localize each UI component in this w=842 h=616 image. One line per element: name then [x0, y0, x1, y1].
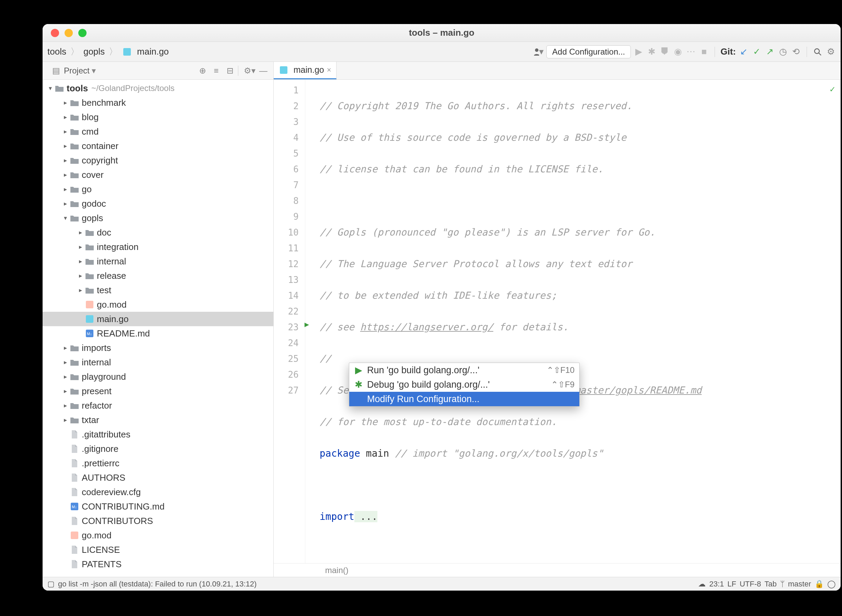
tree-row[interactable]: M↓README.md [43, 326, 273, 340]
project-tool-title[interactable]: Project [64, 66, 89, 76]
disclosure-arrow-icon[interactable]: ▸ [61, 416, 69, 424]
tree-row[interactable]: M↓CONTRIBUTING.md [43, 499, 273, 514]
tree-row[interactable]: go.mod [43, 528, 273, 543]
chevron-down-icon[interactable]: ▾ [92, 66, 96, 76]
cloud-icon[interactable]: ☁ [698, 579, 706, 588]
profile-icon[interactable]: ◉ [673, 47, 683, 57]
search-icon[interactable] [813, 47, 823, 57]
disclosure-arrow-icon[interactable]: ▸ [76, 286, 85, 294]
tool-windows-icon[interactable]: ▢ [47, 579, 54, 588]
push-icon[interactable]: ↗ [765, 47, 775, 57]
tree-row[interactable]: CONTRIBUTORS [43, 514, 273, 528]
tree-row[interactable]: ▸release [43, 268, 273, 283]
disclosure-arrow-icon[interactable]: ▸ [61, 128, 69, 135]
file-encoding[interactable]: UTF-8 [740, 579, 761, 588]
code-editor[interactable]: ✓ 1234567891011121314222324252627 ▶ // C… [274, 80, 841, 563]
tree-row[interactable]: ▸copyright [43, 153, 273, 167]
tree-row[interactable]: ▸godoc [43, 197, 273, 211]
add-configuration-button[interactable]: Add Configuration... [546, 45, 631, 59]
tree-row[interactable]: ▸present [43, 384, 273, 398]
disclosure-arrow-icon[interactable]: ▸ [76, 229, 85, 236]
tree-root[interactable]: ▾ tools ~/GolandProjects/tools [43, 81, 273, 95]
tree-row[interactable]: .prettierrc [43, 456, 273, 471]
run-icon[interactable]: ▶ [634, 47, 644, 57]
tree-row[interactable]: ▸internal [43, 355, 273, 370]
disclosure-arrow-icon[interactable]: ▸ [61, 402, 69, 409]
update-project-icon[interactable]: ↙ [739, 47, 749, 57]
gear-icon[interactable]: ⚙▾ [245, 66, 255, 76]
disclosure-arrow-icon[interactable]: ▸ [61, 142, 69, 150]
disclosure-arrow-icon[interactable]: ▸ [61, 200, 69, 207]
tree-row[interactable]: ▸doc [43, 225, 273, 240]
tree-row[interactable]: ▸go [43, 182, 273, 197]
disclosure-arrow-icon[interactable]: ▸ [61, 171, 69, 179]
disclosure-arrow-icon[interactable]: ▸ [76, 258, 85, 265]
line-separator[interactable]: LF [727, 579, 736, 588]
disclosure-arrow-icon[interactable]: ▸ [61, 113, 69, 121]
hide-tool-icon[interactable]: — [258, 66, 268, 76]
tab-main-go[interactable]: main.go × [274, 62, 336, 79]
close-tab-icon[interactable]: × [327, 66, 332, 75]
titlebar[interactable]: tools – main.go [43, 24, 841, 42]
disclosure-arrow-icon[interactable]: ▸ [61, 99, 69, 106]
tree-row[interactable]: ▸blog [43, 110, 273, 124]
tree-row[interactable]: codereview.cfg [43, 485, 273, 499]
disclosure-arrow-icon[interactable]: ▸ [61, 185, 69, 193]
breadcrumb-root[interactable]: tools [47, 46, 66, 57]
lock-icon[interactable]: 🔒 [814, 579, 824, 588]
disclosure-arrow-icon[interactable]: ▸ [76, 272, 85, 280]
tree-row[interactable]: ▸refactor [43, 398, 273, 413]
zoom-window-button[interactable] [78, 29, 87, 37]
project-tree[interactable]: ▾ tools ~/GolandProjects/tools ▸benchmar… [43, 80, 273, 577]
tree-row[interactable]: ▸internal [43, 254, 273, 268]
tree-row[interactable]: ▸txtar [43, 413, 273, 427]
tree-row[interactable]: ▸cmd [43, 124, 273, 139]
commit-icon[interactable]: ✓ [752, 47, 762, 57]
disclosure-arrow-icon[interactable]: ▸ [76, 243, 85, 251]
settings-icon[interactable]: ⚙ [826, 47, 836, 57]
disclosure-arrow-icon[interactable]: ▸ [61, 358, 69, 366]
tree-row[interactable]: ▸container [43, 139, 273, 153]
run-gutter-icon[interactable]: ▶ [305, 320, 309, 329]
expand-all-icon[interactable]: ≡ [211, 66, 222, 76]
user-icon[interactable]: ▾ [533, 47, 544, 57]
select-opened-file-icon[interactable]: ⊕ [198, 66, 208, 76]
run-action[interactable]: ▶ Run 'go build golang.org/...' ⌃⇧F10 [349, 363, 579, 377]
stop-icon[interactable]: ■ [699, 47, 709, 57]
debug-icon[interactable]: ✱ [647, 47, 657, 57]
analysis-ok-icon[interactable]: ✓ [830, 84, 835, 94]
status-message[interactable]: go list -m -json all (testdata): Failed … [58, 579, 257, 588]
breadcrumb-file[interactable]: main.go [137, 46, 169, 57]
tree-row[interactable]: ▸test [43, 283, 273, 297]
background-tasks-icon[interactable]: ◯ [827, 579, 836, 588]
close-window-button[interactable] [51, 29, 59, 37]
tree-row[interactable]: ▸playground [43, 370, 273, 384]
attach-icon[interactable]: ⋯ [686, 47, 696, 57]
tree-row[interactable]: main.go [43, 312, 273, 326]
disclosure-arrow-icon[interactable]: ▾ [61, 214, 69, 222]
debug-action[interactable]: ✱ Debug 'go build golang.org/...' ⌃⇧F9 [349, 377, 579, 392]
git-branch[interactable]: master [788, 579, 811, 588]
tree-row[interactable]: PATENTS [43, 557, 273, 571]
tree-row[interactable]: .gitignore [43, 441, 273, 456]
indent-setting[interactable]: Tab [764, 579, 776, 588]
tree-row[interactable]: ▸imports [43, 340, 273, 355]
disclosure-arrow-icon[interactable]: ▸ [61, 373, 69, 380]
caret-position[interactable]: 23:1 [709, 579, 724, 588]
breadcrumb-folder[interactable]: gopls [84, 46, 105, 57]
modify-run-config-action[interactable]: Modify Run Configuration... [349, 392, 579, 406]
coverage-icon[interactable]: ⛊ [660, 47, 670, 57]
collapse-all-icon[interactable]: ⊟ [225, 66, 235, 76]
disclosure-arrow-icon[interactable]: ▸ [61, 157, 69, 164]
tree-row[interactable]: AUTHORS [43, 471, 273, 485]
disclosure-arrow-icon[interactable]: ▸ [61, 387, 69, 395]
tree-row[interactable]: ▾gopls [43, 211, 273, 225]
history-icon[interactable]: ◷ [778, 47, 788, 57]
rollback-icon[interactable]: ⟲ [791, 47, 801, 57]
tree-row[interactable]: ▸integration [43, 240, 273, 254]
tree-row[interactable]: LICENSE [43, 543, 273, 557]
tree-row[interactable]: ▸benchmark [43, 95, 273, 110]
tree-row[interactable]: ▸cover [43, 167, 273, 182]
structure-breadcrumb[interactable]: main() [274, 563, 841, 577]
code-content[interactable]: // Copyright 2019 The Go Authors. All ri… [317, 80, 841, 563]
